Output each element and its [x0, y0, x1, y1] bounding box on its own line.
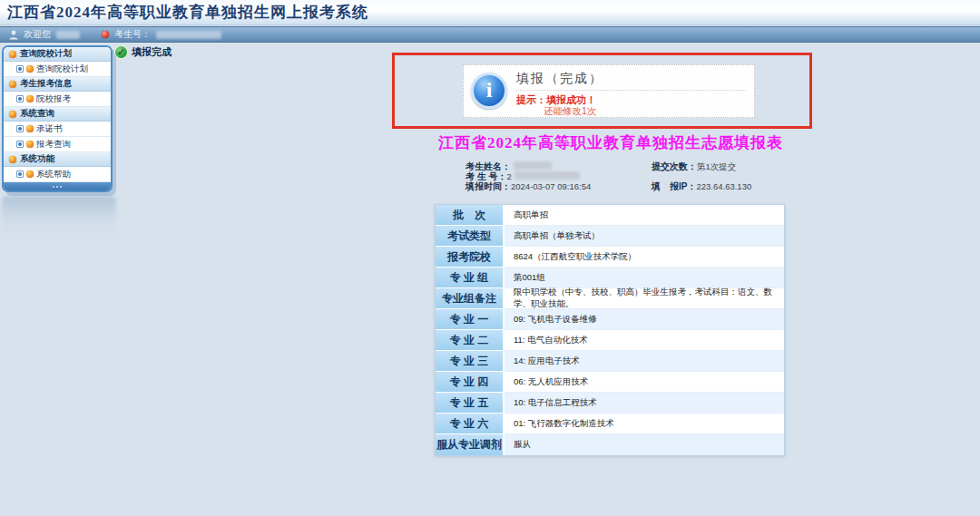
row-value: 限中职学校（中专、技校、职高）毕业生报考，考试科目：语文、数学、职业技能。 [505, 288, 784, 309]
table-row: 专 业 三 14: 应用电子技术 [436, 351, 784, 372]
row-label: 批 次 [436, 205, 505, 226]
tip-text: 填报成功！ [546, 94, 596, 105]
redacted-username [56, 31, 80, 39]
status-heading-label: 填报完成 [132, 45, 172, 59]
fill-ip-label: 填 报IP： [652, 181, 696, 191]
sidebar-reflection [2, 196, 116, 239]
row-label: 专 业 四 [436, 372, 505, 393]
row-label: 专 业 六 [436, 414, 505, 434]
row-value: 11: 电气自动化技术 [505, 330, 784, 351]
row-label: 考试类型 [436, 226, 505, 247]
table-row: 专 业 组 第001组 [436, 268, 784, 288]
orange-ball-icon [9, 81, 16, 88]
table-row: 专业组备注 限中职学校（中专、技校、职高）毕业生报考，考试科目：语文、数学、职业… [436, 288, 784, 309]
red-dot-icon [102, 31, 109, 38]
sidebar-item-apply-query[interactable]: 报考查询 [4, 137, 111, 152]
sidebar-group-system-query[interactable]: 系统查询 [4, 107, 111, 122]
tip-label: 提示： [516, 94, 546, 105]
orange-ball-icon [9, 51, 16, 58]
sidebar-menu: 查询院校计划 查询院校计划 考生报考信息 院校报考 系统查询 承诺书 报考查询 … [2, 45, 113, 192]
sidebar-group-plan-query[interactable]: 查询院校计划 [4, 47, 111, 62]
sidebar-item-label: 查询院校计划 [36, 63, 88, 75]
sidebar-item-system-help[interactable]: 系统帮助 [4, 167, 111, 182]
expand-icon[interactable] [16, 65, 24, 73]
sidebar-item-plan-query[interactable]: 查询院校计划 [4, 62, 111, 77]
orange-ball-icon [9, 111, 16, 118]
message-title: 填报（完成） [516, 71, 603, 87]
user-toolbar: 欢迎您 考生号： [0, 26, 980, 43]
submit-count-value: 第1次提交 [697, 161, 736, 171]
info-icon: i [471, 73, 507, 109]
volunteer-table: 批 次 高职单招 考试类型 高职单招（单独考试） 报考院校 8624（江西航空职… [435, 204, 785, 456]
sidebar-item-commitment[interactable]: 承诺书 [4, 122, 111, 137]
window-title: 江西省2024年高等职业教育单独招生网上报考系统 [7, 2, 368, 23]
submit-count-label: 提交次数： [652, 161, 697, 171]
result-message-box: i 填报（完成） 提示：填报成功！ 还能修改1次 [463, 64, 755, 118]
sidebar-group-system-function[interactable]: 系统功能 [4, 152, 111, 167]
row-value: 高职单招（单独考试） [505, 226, 784, 247]
row-label: 专业组备注 [436, 288, 505, 309]
expand-icon[interactable] [16, 170, 24, 178]
row-label: 专 业 二 [436, 330, 505, 351]
row-value: 14: 应用电子技术 [505, 351, 784, 372]
sidebar-group-label: 系统查询 [20, 108, 54, 120]
expand-icon[interactable] [16, 125, 24, 132]
fill-time-label: 填报时间： [466, 181, 511, 191]
expand-icon[interactable] [16, 141, 24, 148]
sidebar-group-label: 考生报考信息 [20, 78, 72, 90]
sidebar-item-college-apply[interactable]: 院校报考 [4, 92, 111, 107]
redacted-candidate-name [514, 161, 552, 170]
row-label: 专 业 三 [436, 351, 505, 372]
meta-submit-row: 提交次数：第1次提交 [652, 161, 736, 173]
redacted-candidate-no [514, 171, 580, 180]
row-label: 专 业 一 [436, 309, 505, 330]
sidebar-group-label: 系统功能 [20, 153, 54, 165]
sidebar-item-label: 报考查询 [36, 139, 71, 151]
table-row: 专 业 一 09: 飞机电子设备维修 [436, 309, 784, 330]
welcome-label: 欢迎您 [24, 28, 51, 41]
row-value: 8624（江西航空职业技术学院） [505, 247, 784, 268]
table-row: 服从专业调剂 服从 [436, 434, 784, 455]
sidebar-item-label: 院校报考 [36, 93, 71, 105]
row-label: 专 业 五 [436, 393, 505, 414]
status-heading: ✓ 填报完成 [115, 45, 172, 59]
sidebar-item-label: 系统帮助 [36, 169, 71, 180]
sidebar-item-label: 承诺书 [36, 123, 63, 135]
row-label: 专 业 组 [436, 268, 505, 288]
orange-ball-icon [26, 125, 34, 132]
window-title-bar: 江西省2024年高等职业教育单独招生网上报考系统 [0, 0, 980, 25]
sidebar-group-candidate-info[interactable]: 考生报考信息 [4, 77, 111, 92]
check-icon: ✓ [115, 46, 127, 58]
row-value: 06: 无人机应用技术 [505, 372, 784, 393]
row-value: 01: 飞行器数字化制造技术 [505, 414, 784, 434]
table-row: 专 业 六 01: 飞行器数字化制造技术 [436, 414, 784, 434]
user-icon [9, 30, 18, 40]
row-value: 服从 [505, 434, 784, 455]
row-label: 服从专业调剂 [436, 434, 505, 455]
table-row: 考试类型 高职单招（单独考试） [436, 226, 784, 247]
table-row: 批 次 高职单招 [436, 205, 784, 226]
orange-ball-icon [26, 170, 34, 178]
fill-ip-value: 223.64.63.130 [696, 181, 751, 191]
table-row: 专 业 四 06: 无人机应用技术 [436, 372, 784, 393]
table-row: 专 业 二 11: 电气自动化技术 [436, 330, 784, 351]
row-value: 09: 飞机电子设备维修 [505, 309, 784, 330]
orange-ball-icon [26, 65, 34, 73]
meta-time-row: 填报时间：2024-03-07 09:16:54 [466, 180, 591, 193]
table-row: 报考院校 8624（江西航空职业技术学院） [436, 247, 784, 268]
meta-ip-row: 填 报IP：223.64.63.130 [652, 180, 751, 193]
redacted-candidate-no [156, 31, 221, 39]
orange-ball-icon [26, 95, 34, 102]
sidebar-grip[interactable] [4, 182, 111, 190]
orange-ball-icon [26, 141, 34, 148]
orange-ball-icon [9, 156, 16, 163]
row-value: 高职单招 [505, 205, 784, 226]
message-divider [516, 90, 746, 91]
row-value: 10: 电子信息工程技术 [505, 393, 784, 414]
table-row: 专 业 五 10: 电子信息工程技术 [436, 393, 784, 414]
form-title: 江西省2024年高等职业教育单独招生志愿填报表 [413, 132, 808, 153]
row-label: 报考院校 [436, 247, 505, 268]
expand-icon[interactable] [16, 95, 24, 102]
candidate-no-label: 考生号： [114, 28, 151, 41]
message-tip-line2: 还能修改1次 [544, 105, 596, 118]
